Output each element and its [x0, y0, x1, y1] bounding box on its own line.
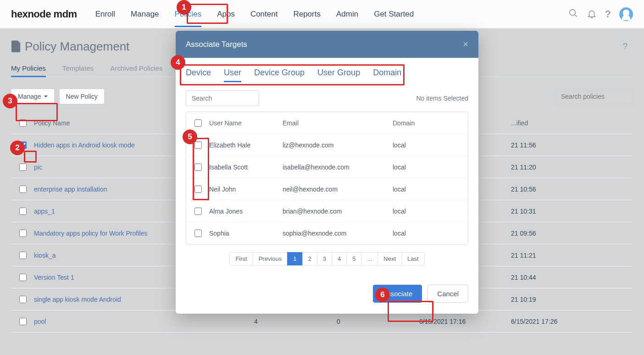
pager-item[interactable]: 4 [332, 252, 347, 265]
cell: 6/15/2021 17:16 [419, 318, 511, 325]
nav-content[interactable]: Content [250, 1, 278, 27]
page-title: Policy Management [11, 39, 129, 54]
list-item: Isabella Scott isabella@hexnode.com loca… [186, 156, 468, 178]
pager-item[interactable]: 2 [302, 252, 317, 265]
bell-icon[interactable] [587, 8, 597, 20]
list-item: Sophia sophia@hexnode.com local [186, 222, 468, 244]
policy-search[interactable] [555, 88, 633, 105]
pager-item[interactable]: Next [378, 252, 402, 265]
pager-item[interactable]: First [229, 252, 253, 265]
svg-line-1 [574, 15, 577, 17]
policy-link[interactable]: Version Test 1 [34, 274, 74, 281]
cell: 21 11:20 [511, 163, 603, 171]
manage-button[interactable]: Manage [11, 89, 55, 104]
document-icon [11, 40, 21, 52]
row-checkbox[interactable] [19, 318, 27, 325]
top-nav: hexnode mdm Enroll Manage Policies Apps … [0, 0, 644, 28]
user-name: Sophia [209, 230, 283, 237]
policy-link[interactable]: single app kiosk mode Android [34, 296, 121, 303]
user-checkbox[interactable] [194, 208, 202, 215]
pager-item[interactable]: Last [401, 252, 425, 265]
policy-link[interactable]: Hidden apps in Android kiosk mode [34, 141, 134, 149]
mtab-user-group[interactable]: User Group [317, 66, 360, 82]
row-checkbox[interactable] [19, 163, 27, 171]
search-icon[interactable] [568, 8, 578, 20]
user-email: isabella@hexnode.com [283, 163, 393, 171]
nav-items: Enroll Manage Policies Apps Content Repo… [95, 1, 414, 27]
nav-getstarted[interactable]: Get Started [374, 1, 414, 27]
nav-reports[interactable]: Reports [293, 1, 321, 27]
page-help-button[interactable]: ? [617, 39, 633, 54]
policy-link[interactable]: pool [34, 318, 46, 325]
help-icon[interactable]: ? [605, 8, 611, 20]
user-checkbox[interactable] [194, 141, 202, 149]
user-select-all[interactable] [194, 119, 202, 127]
row-checkbox[interactable] [19, 208, 27, 215]
modal-title: Associate Targets [186, 40, 247, 49]
select-all-checkbox[interactable] [19, 119, 27, 127]
nav-apps[interactable]: Apps [217, 1, 235, 27]
row-checkbox[interactable] [19, 141, 27, 149]
pager-item[interactable]: 3 [317, 252, 332, 265]
row-checkbox[interactable] [19, 274, 27, 281]
user-table: User Name Email Domain Elizabeth Hale li… [186, 112, 468, 245]
svg-point-0 [569, 10, 575, 16]
user-domain: local [393, 163, 448, 171]
mtab-user[interactable]: User [224, 66, 241, 82]
user-checkbox[interactable] [194, 163, 202, 171]
user-checkbox[interactable] [194, 186, 202, 193]
col-modified: ...ified [511, 119, 603, 127]
list-item: Neil John neil@hexnode.com local [186, 178, 468, 200]
new-policy-button[interactable]: New Policy [59, 89, 105, 104]
row-checkbox[interactable] [19, 186, 27, 193]
mtab-domain[interactable]: Domain [373, 66, 401, 82]
user-name: Elizabeth Hale [209, 141, 283, 149]
list-item: Alma Jones brian@hexnode.com local [186, 200, 468, 222]
close-icon[interactable]: × [463, 39, 468, 50]
modal-search-input[interactable] [191, 94, 273, 102]
policy-link[interactable]: kiosk_a [34, 252, 56, 259]
policy-link[interactable]: Mandatory apps policy for Work Profiles [34, 230, 147, 237]
row-checkbox[interactable] [19, 252, 27, 259]
policy-search-input[interactable] [560, 92, 642, 101]
user-checkbox[interactable] [194, 230, 202, 237]
policy-link[interactable]: pic [34, 163, 42, 171]
pager-item[interactable]: ... [361, 252, 378, 265]
nav-right: ? [568, 7, 633, 21]
user-email: neil@hexnode.com [283, 186, 393, 193]
brand-logo: hexnode mdm [11, 8, 77, 20]
modal-search[interactable] [186, 90, 259, 106]
cell: 6/15/2021 17:26 [511, 318, 603, 325]
user-name: Alma Jones [209, 208, 283, 215]
subtab-templates[interactable]: Templates [62, 64, 94, 77]
avatar[interactable] [619, 7, 633, 21]
cancel-button[interactable]: Cancel [427, 285, 468, 303]
user-name: Isabella Scott [209, 163, 283, 171]
pager-item[interactable]: Previous [253, 252, 288, 265]
cell: 21 11:21 [511, 252, 603, 259]
modal-tabs: Device User Device Group User Group Doma… [186, 66, 468, 82]
subtab-my-policies[interactable]: My Policies [11, 64, 46, 77]
cell: 21 10:19 [511, 296, 603, 303]
row-checkbox[interactable] [19, 296, 27, 303]
user-email: liz@hexnode.com [283, 141, 393, 149]
pager-item[interactable]: 5 [346, 252, 361, 265]
subtab-archived[interactable]: Archived Policies [110, 64, 162, 77]
user-email: sophia@hexnode.com [283, 230, 393, 237]
nav-manage[interactable]: Manage [131, 1, 159, 27]
row-checkbox[interactable] [19, 230, 27, 237]
user-domain: local [393, 208, 448, 215]
mtab-device[interactable]: Device [186, 66, 211, 82]
page-title-text: Policy Management [25, 39, 129, 54]
nav-admin[interactable]: Admin [336, 1, 358, 27]
cell: 21 09:56 [511, 230, 603, 237]
table-row: pool 4 0 6/15/2021 17:16 6/15/2021 17:26 [11, 310, 633, 332]
nav-enroll[interactable]: Enroll [95, 1, 115, 27]
nav-policies[interactable]: Policies [175, 1, 202, 27]
policy-link[interactable]: apps_1 [34, 208, 55, 215]
mtab-device-group[interactable]: Device Group [254, 66, 305, 82]
pager-item[interactable]: 1 [287, 252, 302, 265]
associate-button[interactable]: Associate [373, 285, 422, 303]
policy-link[interactable]: enterprise app installation [34, 186, 107, 193]
cell: 21 10:31 [511, 208, 603, 215]
